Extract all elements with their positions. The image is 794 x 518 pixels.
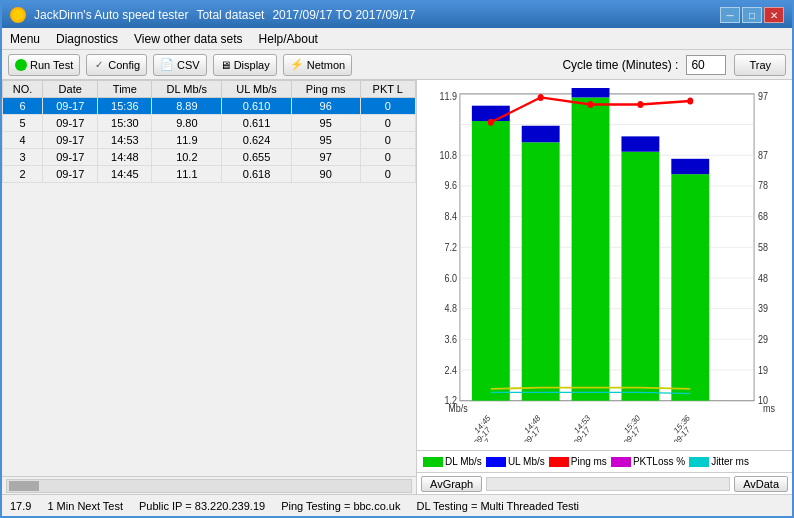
table-row[interactable]: 209-1714:4511.10.618900 bbox=[3, 166, 416, 183]
legend-ping-label: Ping ms bbox=[571, 456, 607, 467]
scrollbar-thumb bbox=[9, 481, 39, 491]
chart-legend: DL Mb/s UL Mb/s Ping ms PKTLoss % Jitter… bbox=[417, 450, 792, 472]
chart-area: 1.2 2.4 3.6 4.8 6.0 7.2 8.4 9.6 10.8 11.… bbox=[417, 80, 792, 450]
legend-jitter: Jitter ms bbox=[689, 456, 749, 467]
ping-point-4 bbox=[637, 101, 643, 108]
tray-button[interactable]: Tray bbox=[734, 54, 786, 76]
ping-point-2 bbox=[538, 94, 544, 101]
legend-jitter-label: Jitter ms bbox=[711, 456, 749, 467]
netmon-button[interactable]: ⚡ Netmon bbox=[283, 54, 353, 76]
legend-ul: UL Mb/s bbox=[486, 456, 545, 467]
minimize-button[interactable]: ─ bbox=[720, 7, 740, 23]
config-label: Config bbox=[108, 59, 140, 71]
chart-svg: 1.2 2.4 3.6 4.8 6.0 7.2 8.4 9.6 10.8 11.… bbox=[425, 88, 784, 442]
table-row[interactable]: 609-1715:368.890.610960 bbox=[3, 98, 416, 115]
menu-view-other-data-sets[interactable]: View other data sets bbox=[130, 31, 247, 47]
window-controls: ─ □ ✕ bbox=[720, 7, 784, 23]
status-dl-testing: DL Testing = Multi Threaded Testi bbox=[416, 500, 579, 512]
bar-ul-2 bbox=[522, 126, 560, 143]
table-scroll-area[interactable]: NO. Date Time DL Mb/s UL Mb/s Ping ms PK… bbox=[2, 80, 416, 476]
run-test-label: Run Test bbox=[30, 59, 73, 71]
legend-dl-label: DL Mb/s bbox=[445, 456, 482, 467]
cycle-time-input[interactable]: 60 bbox=[686, 55, 726, 75]
app-title: JackDinn's Auto speed tester bbox=[34, 8, 188, 22]
table-row[interactable]: 409-1714:5311.90.624950 bbox=[3, 132, 416, 149]
svg-text:97: 97 bbox=[758, 90, 768, 102]
toolbar: Run Test ✓ Config 📄 CSV 🖥 Display ⚡ Netm… bbox=[2, 50, 792, 80]
legend-jitter-color bbox=[689, 457, 709, 467]
chart-controls: AvGraph AvData bbox=[417, 472, 792, 494]
status-number: 17.9 bbox=[10, 500, 31, 512]
menu-bar: Menu Diagnostics View other data sets He… bbox=[2, 28, 792, 50]
svg-text:19: 19 bbox=[758, 364, 768, 376]
svg-text:9.6: 9.6 bbox=[444, 180, 457, 192]
app-icon bbox=[10, 7, 26, 23]
chart-scrollbar[interactable] bbox=[486, 477, 730, 491]
col-dl: DL Mb/s bbox=[152, 81, 222, 98]
horizontal-scrollbar[interactable] bbox=[6, 479, 412, 493]
svg-text:10.8: 10.8 bbox=[439, 149, 457, 161]
col-no: NO. bbox=[3, 81, 43, 98]
svg-text:87: 87 bbox=[758, 149, 768, 161]
ping-point-5 bbox=[687, 97, 693, 104]
status-ping-testing: Ping Testing = bbc.co.uk bbox=[281, 500, 400, 512]
av-data-button[interactable]: AvData bbox=[734, 476, 788, 492]
legend-pkt-color bbox=[611, 457, 631, 467]
av-graph-button[interactable]: AvGraph bbox=[421, 476, 482, 492]
title-bar-left: JackDinn's Auto speed tester Total datas… bbox=[10, 7, 415, 23]
config-button[interactable]: ✓ Config bbox=[86, 54, 147, 76]
netmon-label: Netmon bbox=[307, 59, 346, 71]
bar-ul-4 bbox=[621, 136, 659, 151]
netmon-icon: ⚡ bbox=[290, 58, 304, 71]
table-row[interactable]: 309-1714:4810.20.655970 bbox=[3, 149, 416, 166]
legend-dl-color bbox=[423, 457, 443, 467]
svg-text:2.4: 2.4 bbox=[444, 364, 457, 376]
config-icon: ✓ bbox=[93, 59, 105, 71]
svg-text:68: 68 bbox=[758, 210, 768, 222]
status-next-test: 1 Min Next Test bbox=[47, 500, 123, 512]
title-bar: JackDinn's Auto speed tester Total datas… bbox=[2, 2, 792, 28]
bar-ul-5 bbox=[671, 159, 709, 174]
table-row[interactable]: 509-1715:309.800.611950 bbox=[3, 115, 416, 132]
col-ping: Ping ms bbox=[291, 81, 360, 98]
ping-point-3 bbox=[588, 101, 594, 108]
bar-ul-3 bbox=[572, 88, 610, 97]
col-date: Date bbox=[43, 81, 98, 98]
bar-dl-4 bbox=[621, 152, 659, 401]
menu-menu[interactable]: Menu bbox=[6, 31, 44, 47]
legend-dl: DL Mb/s bbox=[423, 456, 482, 467]
bar-dl-5 bbox=[671, 174, 709, 401]
bar-dl-1 bbox=[472, 121, 510, 401]
col-time: Time bbox=[98, 81, 152, 98]
ping-point-1 bbox=[488, 119, 494, 126]
csv-button[interactable]: 📄 CSV bbox=[153, 54, 207, 76]
table-header-row: NO. Date Time DL Mb/s UL Mb/s Ping ms PK… bbox=[3, 81, 416, 98]
svg-text:58: 58 bbox=[758, 241, 768, 253]
cycle-time-label: Cycle time (Minutes) : bbox=[562, 58, 678, 72]
chart-panel: 1.2 2.4 3.6 4.8 6.0 7.2 8.4 9.6 10.8 11.… bbox=[417, 80, 792, 494]
legend-ping: Ping ms bbox=[549, 456, 607, 467]
svg-text:4.8: 4.8 bbox=[444, 302, 457, 314]
status-bar: 17.9 1 Min Next Test Public IP = 83.220.… bbox=[2, 494, 792, 516]
menu-diagnostics[interactable]: Diagnostics bbox=[52, 31, 122, 47]
run-test-icon bbox=[15, 59, 27, 71]
svg-text:3.6: 3.6 bbox=[444, 333, 457, 345]
svg-text:ms: ms bbox=[763, 403, 775, 415]
maximize-button[interactable]: □ bbox=[742, 7, 762, 23]
main-window: JackDinn's Auto speed tester Total datas… bbox=[0, 0, 794, 518]
menu-help-about[interactable]: Help/About bbox=[255, 31, 322, 47]
table-footer bbox=[2, 476, 416, 494]
svg-text:11.9: 11.9 bbox=[439, 90, 456, 102]
legend-ul-label: UL Mb/s bbox=[508, 456, 545, 467]
close-button[interactable]: ✕ bbox=[764, 7, 784, 23]
display-icon: 🖥 bbox=[220, 59, 231, 71]
date-range: 2017/09/17 TO 2017/09/17 bbox=[272, 8, 415, 22]
table-panel: NO. Date Time DL Mb/s UL Mb/s Ping ms PK… bbox=[2, 80, 417, 494]
display-button[interactable]: 🖥 Display bbox=[213, 54, 277, 76]
toolbar-right: Cycle time (Minutes) : 60 Tray bbox=[562, 54, 786, 76]
svg-text:7.2: 7.2 bbox=[444, 241, 456, 253]
main-area: NO. Date Time DL Mb/s UL Mb/s Ping ms PK… bbox=[2, 80, 792, 494]
bar-dl-3 bbox=[572, 97, 610, 400]
svg-text:6.0: 6.0 bbox=[444, 272, 457, 284]
run-test-button[interactable]: Run Test bbox=[8, 54, 80, 76]
